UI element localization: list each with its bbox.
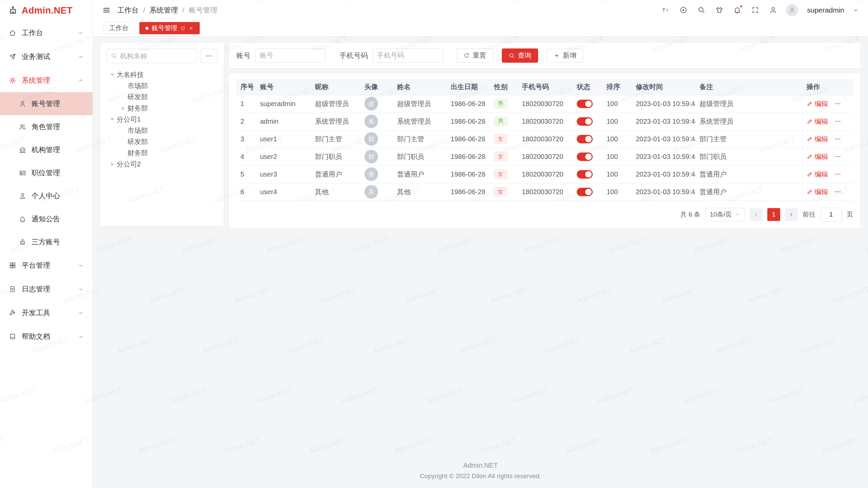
org-search-field[interactable] bbox=[120, 52, 192, 60]
cell-account: admin bbox=[256, 113, 311, 130]
row-more-button[interactable] bbox=[834, 171, 841, 178]
sidebar-subitem-label: 三方账号 bbox=[32, 237, 60, 247]
tab-account-management[interactable]: 账号管理 bbox=[139, 22, 200, 34]
reset-button[interactable]: 重置 bbox=[457, 48, 493, 63]
status-toggle[interactable] bbox=[577, 100, 593, 108]
breadcrumb-separator: / bbox=[143, 6, 145, 14]
locate-icon[interactable] bbox=[679, 6, 687, 14]
edit-button[interactable]: 编辑 bbox=[807, 187, 828, 197]
status-toggle[interactable] bbox=[577, 152, 593, 161]
sidebar-item-6[interactable]: 开发工具 bbox=[0, 301, 93, 325]
fullscreen-icon[interactable] bbox=[751, 6, 759, 14]
sidebar-subitem-3-6[interactable]: 通知公告 bbox=[0, 207, 93, 230]
query-button[interactable]: 查询 bbox=[502, 48, 538, 63]
tab-bar: 工作台 账号管理 bbox=[93, 20, 868, 37]
current-page[interactable]: 1 bbox=[767, 208, 780, 221]
logo[interactable]: Admin.NET bbox=[0, 0, 93, 21]
username[interactable]: superadmin bbox=[807, 6, 844, 14]
phone-input[interactable] bbox=[373, 48, 443, 63]
tree-node-7[interactable]: 研发部 bbox=[106, 136, 218, 147]
column-header-9: 状态 bbox=[573, 79, 603, 95]
cell-phone: 18020030720 bbox=[518, 95, 573, 113]
breadcrumb-item-system[interactable]: 系统管理 bbox=[150, 5, 178, 15]
page-size-select[interactable]: 10条/页 bbox=[705, 208, 745, 221]
cell-birthday: 1986-06-28 bbox=[447, 130, 490, 148]
tree-node-4[interactable]: 财务部 bbox=[106, 103, 218, 114]
status-toggle[interactable] bbox=[577, 135, 593, 143]
org-search-input[interactable] bbox=[106, 49, 197, 63]
page-content: 大名科技市场部研发部财务部分公司1市场部研发部财务部分公司2 账号 手机号码 重… bbox=[93, 37, 868, 457]
column-header-10: 排序 bbox=[603, 79, 632, 95]
tab-refresh-icon[interactable] bbox=[180, 26, 185, 31]
theme-icon[interactable] bbox=[715, 6, 723, 14]
sidebar-subitem-3-1[interactable]: 账号管理 bbox=[0, 92, 93, 115]
goto-page-input[interactable] bbox=[820, 208, 842, 221]
sidebar-subitem-3-7[interactable]: 三方账号 bbox=[0, 230, 93, 253]
gear-icon bbox=[9, 77, 16, 84]
prev-page-button[interactable] bbox=[750, 208, 763, 221]
tree-node-5[interactable]: 分公司1 bbox=[106, 114, 218, 125]
row-more-button[interactable] bbox=[834, 136, 841, 142]
edit-button[interactable]: 编辑 bbox=[807, 135, 828, 144]
pagination: 共 6 条 10条/页 1 前往 bbox=[236, 208, 853, 221]
next-page-button[interactable] bbox=[785, 208, 798, 221]
row-more-button[interactable] bbox=[834, 153, 841, 160]
cell-updated: 2023-01-03 10:59:44 bbox=[632, 183, 695, 201]
edit-button[interactable]: 编辑 bbox=[807, 152, 828, 161]
row-more-button[interactable] bbox=[834, 100, 841, 107]
tree-node-8[interactable]: 财务部 bbox=[106, 147, 218, 159]
account-input[interactable] bbox=[255, 48, 326, 63]
tree-node-3[interactable]: 研发部 bbox=[106, 92, 218, 103]
hamburger-icon[interactable] bbox=[102, 6, 111, 14]
account-label: 账号 bbox=[236, 51, 251, 60]
cell-order: 100 bbox=[603, 165, 632, 183]
edit-button[interactable]: 编辑 bbox=[807, 99, 828, 108]
status-toggle[interactable] bbox=[577, 188, 593, 196]
tree-node-2[interactable]: 市场部 bbox=[106, 80, 218, 92]
org-more-button[interactable] bbox=[201, 49, 218, 63]
search-icon[interactable] bbox=[697, 6, 705, 14]
tree-node-9[interactable]: 分公司2 bbox=[106, 159, 218, 170]
user-avatar[interactable] bbox=[786, 4, 798, 16]
column-header-13: 操作 bbox=[802, 79, 853, 95]
add-button[interactable]: 新增 bbox=[547, 48, 583, 63]
phone-input-field[interactable] bbox=[377, 52, 439, 59]
sidebar-item-4[interactable]: 平台管理 bbox=[0, 253, 93, 277]
tab-close-icon[interactable] bbox=[189, 26, 194, 31]
sidebar-item-1[interactable]: 工作台 bbox=[0, 21, 93, 45]
sidebar-item-2[interactable]: 业务测试 bbox=[0, 45, 93, 68]
top-header: 工作台 / 系统管理 / 账号管理 TT superadmin bbox=[93, 0, 868, 20]
sidebar-item-3[interactable]: 系统管理 bbox=[0, 68, 93, 92]
sidebar-subitem-3-3[interactable]: 机构管理 bbox=[0, 138, 93, 161]
sidebar-subitem-3-2[interactable]: 角色管理 bbox=[0, 115, 93, 138]
user-icon bbox=[19, 100, 26, 107]
edit-button[interactable]: 编辑 bbox=[807, 170, 828, 179]
tree-node-6[interactable]: 市场部 bbox=[106, 125, 218, 136]
account-input-field[interactable] bbox=[260, 52, 321, 59]
caret-right-icon bbox=[108, 162, 117, 166]
row-more-button[interactable] bbox=[834, 188, 841, 195]
refresh-icon bbox=[463, 53, 470, 59]
cell-birthday: 1986-06-28 bbox=[447, 95, 490, 113]
status-toggle[interactable] bbox=[577, 117, 593, 126]
cell-updated: 2023-01-03 10:59:44 bbox=[632, 113, 695, 130]
column-header-5: 姓名 bbox=[393, 79, 447, 95]
tree-node-1[interactable]: 大名科技 bbox=[106, 69, 218, 80]
breadcrumb-item-workbench[interactable]: 工作台 bbox=[117, 5, 139, 15]
sidebar-item-7[interactable]: 帮助文档 bbox=[0, 325, 93, 348]
breadcrumb-separator: / bbox=[182, 6, 184, 14]
profile-icon[interactable] bbox=[769, 6, 777, 14]
notification-icon[interactable] bbox=[733, 6, 741, 14]
gender-tag: 女 bbox=[494, 152, 507, 161]
sidebar-subitem-3-5[interactable]: 个人中心 bbox=[0, 184, 93, 207]
sidebar-subitem-3-4[interactable]: 职位管理 bbox=[0, 161, 93, 184]
sidebar-item-5[interactable]: 日志管理 bbox=[0, 277, 93, 301]
row-more-button[interactable] bbox=[834, 118, 841, 125]
edit-button[interactable]: 编辑 bbox=[807, 117, 828, 126]
status-toggle[interactable] bbox=[577, 170, 593, 179]
font-size-icon[interactable]: TT bbox=[662, 6, 669, 14]
grid-icon bbox=[9, 262, 16, 269]
tab-workbench[interactable]: 工作台 bbox=[103, 22, 135, 34]
chevron-down-icon[interactable] bbox=[853, 7, 859, 13]
cell-updated: 2023-01-03 10:59:44 bbox=[632, 148, 695, 165]
